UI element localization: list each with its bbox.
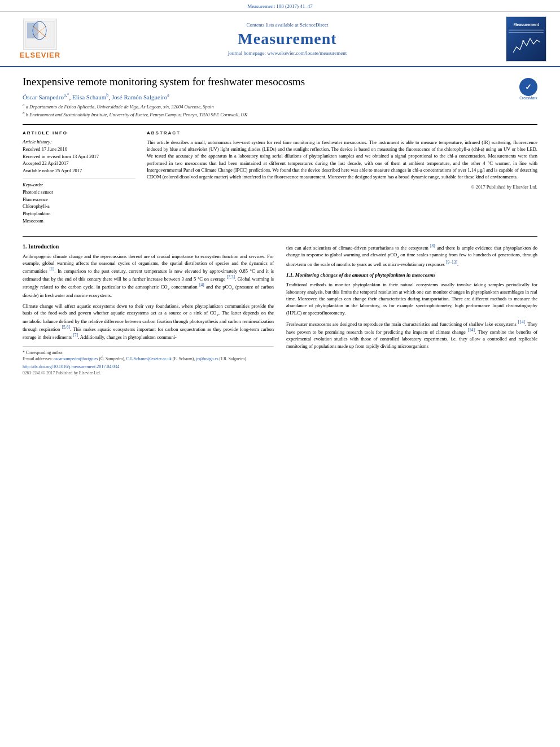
body-section: 1. Introduction Anthropogenic climate ch… [23, 236, 537, 376]
keywords-label: Keywords: [23, 182, 135, 187]
subsection-paragraph-1: Traditional methods to monitor phytoplan… [286, 281, 537, 316]
keyword-2: Fluorescence [23, 196, 135, 203]
author-elisa: Elisa Schaum [72, 93, 106, 100]
authors: Óscar Sampedroa,*, Elisa Schaumb, José R… [23, 93, 537, 101]
ref-4: [4] [199, 282, 204, 287]
journal-header: ELSEVIER Contents lists available at Sci… [0, 12, 560, 67]
intro-section-title: 1. Introduction [23, 243, 274, 250]
ref-56: [5,6] [62, 325, 70, 330]
email-jose-name: (J.R. Salgueiro). [220, 356, 247, 361]
email-label: E-mail addresses: [23, 356, 54, 361]
body-right-col: ties can alert scientists of climate-dri… [286, 243, 537, 376]
body-left-col: 1. Introduction Anthropogenic climate ch… [23, 243, 274, 376]
affiliation-a: a a Departamento de Física Aplicada, Uni… [23, 103, 537, 111]
crossmark-badge: ✓ [519, 78, 537, 96]
body-two-col: 1. Introduction Anthropogenic climate ch… [23, 243, 537, 376]
affiliations: a a Departamento de Física Aplicada, Uni… [23, 103, 537, 118]
crossmark-area: ✓ CrossMark [519, 78, 537, 100]
copyright-notice: © 2017 Published by Elsevier Ltd. [147, 184, 537, 190]
ref-1: [1] [50, 267, 55, 272]
abstract-column: ABSTRACT This article describes a small,… [147, 130, 537, 228]
keyword-3: Chlorophyll-a [23, 203, 135, 210]
article-info-column: ARTICLE INFO Article history: Received 1… [23, 130, 135, 228]
doi-link[interactable]: http://dx.doi.org/10.1016/j.measurement.… [23, 364, 274, 369]
journal-cover-text: Measurement [513, 23, 539, 27]
intro-paragraph-1: Anthropogenic climate change and the rep… [23, 253, 274, 299]
journal-reference-bar: Measurement 108 (2017) 41–47 [0, 0, 560, 12]
subsection-paragraph-2: Freshwater mesocosms are designed to rep… [286, 320, 537, 350]
svg-point-5 [522, 40, 524, 42]
ref-14b: [14] [467, 327, 475, 333]
affiliation-b: b b Environment and Sustainability Insti… [23, 111, 537, 119]
ref-7: [7] [73, 333, 78, 338]
available-date: Available online 25 April 2017 [23, 167, 135, 174]
article-history-label: Article history: [23, 139, 135, 145]
abstract-text: This article describes a small, autonomo… [147, 139, 537, 181]
keyword-1: Photonic sensor [23, 189, 135, 196]
ref-14: [14] [518, 320, 526, 325]
article-info-heading: ARTICLE INFO [23, 130, 135, 136]
article-history-block: Article history: Received 17 June 2016 R… [23, 139, 135, 174]
accepted-date: Accepted 22 April 2017 [23, 160, 135, 167]
ref-9-13: [9–13] [446, 260, 457, 265]
email-oscar-name: (Ó. Sampedro), [99, 356, 126, 361]
journal-thumbnail: Measurement [504, 16, 549, 62]
revised-date: Received in revised form 13 April 2017 [23, 153, 135, 160]
article-title: Inexpensive remote monitoring system for… [23, 75, 537, 89]
journal-reference: Measurement 108 (2017) 41–47 [247, 3, 313, 9]
keyword-4: Phytoplankton [23, 210, 135, 217]
sciencedirect-link: Contents lists available at ScienceDirec… [82, 22, 492, 28]
keywords-list: Photonic sensor Fluorescence Chlorophyll… [23, 189, 135, 225]
keywords-block: Keywords: Photonic sensor Fluorescence C… [23, 182, 135, 225]
abstract-paragraph: This article describes a small, autonomo… [147, 139, 537, 181]
intro-paragraph-2: Climate change will affect aquatic ecosy… [23, 303, 274, 341]
crossmark-label: CrossMark [519, 96, 537, 100]
article-info-abstract-section: ARTICLE INFO Article history: Received 1… [23, 124, 537, 228]
ref-23: [2,3] [227, 274, 235, 279]
email-oscar[interactable]: oscar.sampedro@uvigo.es [54, 356, 98, 361]
elsevier-logo: ELSEVIER [20, 19, 60, 59]
abstract-heading: ABSTRACT [147, 130, 537, 136]
right-col-intro-para: ties can alert scientists of climate-dri… [286, 243, 537, 268]
keyword-5: Mesocosm [23, 217, 135, 225]
email-jose[interactable]: jrs@uvigo.es [196, 356, 218, 361]
author-jose: José Ramón Salgueiro [112, 93, 167, 100]
elsevier-icon [23, 19, 57, 50]
issn-text: 0263-2241/© 2017 Published by Elsevier L… [23, 370, 274, 375]
email-elisa-name: (E. Schaum), [173, 356, 196, 361]
affil-b-sup: b [106, 93, 108, 98]
footnote-area: * Corresponding author. E-mail addresses… [23, 346, 274, 375]
publisher-logo-area: ELSEVIER [9, 19, 71, 59]
subsection-1-1-title: 1.1. Monitoring changes of the amount of… [286, 272, 537, 279]
elsevier-text: ELSEVIER [20, 51, 60, 59]
author-oscar: Óscar Sampedro [23, 93, 64, 100]
email-elisa[interactable]: C.L.Schaum@exeter.ac.uk [126, 356, 172, 361]
affil-a-sup: a,* [64, 93, 69, 98]
divider [23, 178, 135, 178]
main-content: ✓ CrossMark Inexpensive remote monitorin… [0, 67, 560, 387]
journal-cover-image: Measurement [506, 16, 546, 62]
journal-homepage: journal homepage: www.elsevier.com/locat… [82, 50, 492, 56]
journal-cover-decoration [509, 29, 544, 34]
journal-name: Measurement [82, 30, 492, 48]
corresponding-author-note: * Corresponding author. [23, 350, 274, 356]
ref-8: [8] [430, 243, 435, 248]
affil-a2-sup: a [167, 93, 169, 98]
journal-title-area: Contents lists available at ScienceDirec… [71, 22, 504, 56]
received-date: Received 17 June 2016 [23, 146, 135, 153]
page: Measurement 108 (2017) 41–47 ELSEVIER [0, 0, 560, 747]
email-addresses: E-mail addresses: oscar.sampedro@uvigo.e… [23, 356, 274, 362]
